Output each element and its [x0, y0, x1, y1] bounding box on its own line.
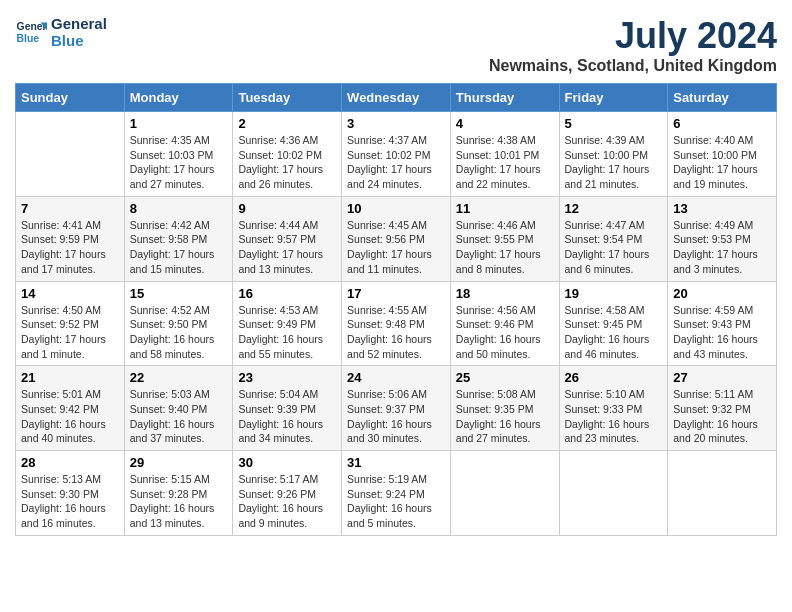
calendar-cell: 14Sunrise: 4:50 AMSunset: 9:52 PMDayligh… — [16, 281, 125, 366]
header-friday: Friday — [559, 84, 668, 112]
day-number: 22 — [130, 370, 228, 385]
day-number: 16 — [238, 286, 336, 301]
day-number: 25 — [456, 370, 554, 385]
calendar-cell: 18Sunrise: 4:56 AMSunset: 9:46 PMDayligh… — [450, 281, 559, 366]
calendar-cell: 26Sunrise: 5:10 AMSunset: 9:33 PMDayligh… — [559, 366, 668, 451]
calendar-cell: 13Sunrise: 4:49 AMSunset: 9:53 PMDayligh… — [668, 196, 777, 281]
day-number: 29 — [130, 455, 228, 470]
day-info: Sunrise: 4:58 AMSunset: 9:45 PMDaylight:… — [565, 303, 663, 362]
day-info: Sunrise: 4:42 AMSunset: 9:58 PMDaylight:… — [130, 218, 228, 277]
day-info: Sunrise: 5:15 AMSunset: 9:28 PMDaylight:… — [130, 472, 228, 531]
calendar-cell: 7Sunrise: 4:41 AMSunset: 9:59 PMDaylight… — [16, 196, 125, 281]
calendar-cell: 29Sunrise: 5:15 AMSunset: 9:28 PMDayligh… — [124, 451, 233, 536]
calendar-cell: 30Sunrise: 5:17 AMSunset: 9:26 PMDayligh… — [233, 451, 342, 536]
calendar-header-row: SundayMondayTuesdayWednesdayThursdayFrid… — [16, 84, 777, 112]
day-info: Sunrise: 5:06 AMSunset: 9:37 PMDaylight:… — [347, 387, 445, 446]
day-number: 9 — [238, 201, 336, 216]
day-info: Sunrise: 5:08 AMSunset: 9:35 PMDaylight:… — [456, 387, 554, 446]
month-title: July 2024 — [489, 15, 777, 57]
svg-text:Blue: Blue — [17, 33, 40, 44]
day-info: Sunrise: 5:03 AMSunset: 9:40 PMDaylight:… — [130, 387, 228, 446]
calendar-cell: 23Sunrise: 5:04 AMSunset: 9:39 PMDayligh… — [233, 366, 342, 451]
day-info: Sunrise: 4:50 AMSunset: 9:52 PMDaylight:… — [21, 303, 119, 362]
title-section: July 2024 Newmains, Scotland, United Kin… — [489, 15, 777, 75]
day-info: Sunrise: 4:39 AMSunset: 10:00 PMDaylight… — [565, 133, 663, 192]
calendar-cell: 1Sunrise: 4:35 AMSunset: 10:03 PMDayligh… — [124, 112, 233, 197]
calendar-cell: 27Sunrise: 5:11 AMSunset: 9:32 PMDayligh… — [668, 366, 777, 451]
day-info: Sunrise: 4:47 AMSunset: 9:54 PMDaylight:… — [565, 218, 663, 277]
calendar-cell: 25Sunrise: 5:08 AMSunset: 9:35 PMDayligh… — [450, 366, 559, 451]
day-info: Sunrise: 4:37 AMSunset: 10:02 PMDaylight… — [347, 133, 445, 192]
day-number: 4 — [456, 116, 554, 131]
header-sunday: Sunday — [16, 84, 125, 112]
day-number: 15 — [130, 286, 228, 301]
logo: General Blue General Blue — [15, 15, 107, 49]
calendar-cell: 19Sunrise: 4:58 AMSunset: 9:45 PMDayligh… — [559, 281, 668, 366]
calendar-cell: 31Sunrise: 5:19 AMSunset: 9:24 PMDayligh… — [342, 451, 451, 536]
calendar-cell: 12Sunrise: 4:47 AMSunset: 9:54 PMDayligh… — [559, 196, 668, 281]
day-number: 2 — [238, 116, 336, 131]
calendar-cell: 17Sunrise: 4:55 AMSunset: 9:48 PMDayligh… — [342, 281, 451, 366]
calendar-cell: 22Sunrise: 5:03 AMSunset: 9:40 PMDayligh… — [124, 366, 233, 451]
calendar-cell: 10Sunrise: 4:45 AMSunset: 9:56 PMDayligh… — [342, 196, 451, 281]
calendar-cell: 24Sunrise: 5:06 AMSunset: 9:37 PMDayligh… — [342, 366, 451, 451]
day-info: Sunrise: 4:38 AMSunset: 10:01 PMDaylight… — [456, 133, 554, 192]
day-info: Sunrise: 5:10 AMSunset: 9:33 PMDaylight:… — [565, 387, 663, 446]
calendar-cell — [668, 451, 777, 536]
day-number: 11 — [456, 201, 554, 216]
day-info: Sunrise: 4:49 AMSunset: 9:53 PMDaylight:… — [673, 218, 771, 277]
day-info: Sunrise: 4:55 AMSunset: 9:48 PMDaylight:… — [347, 303, 445, 362]
day-info: Sunrise: 4:46 AMSunset: 9:55 PMDaylight:… — [456, 218, 554, 277]
day-number: 21 — [21, 370, 119, 385]
day-info: Sunrise: 4:53 AMSunset: 9:49 PMDaylight:… — [238, 303, 336, 362]
day-number: 8 — [130, 201, 228, 216]
logo-general-text: General — [51, 15, 107, 32]
day-number: 26 — [565, 370, 663, 385]
day-number: 30 — [238, 455, 336, 470]
calendar-cell: 11Sunrise: 4:46 AMSunset: 9:55 PMDayligh… — [450, 196, 559, 281]
calendar-cell: 9Sunrise: 4:44 AMSunset: 9:57 PMDaylight… — [233, 196, 342, 281]
day-info: Sunrise: 5:04 AMSunset: 9:39 PMDaylight:… — [238, 387, 336, 446]
day-number: 19 — [565, 286, 663, 301]
header-tuesday: Tuesday — [233, 84, 342, 112]
day-number: 20 — [673, 286, 771, 301]
day-number: 13 — [673, 201, 771, 216]
location: Newmains, Scotland, United Kingdom — [489, 57, 777, 75]
calendar-cell: 6Sunrise: 4:40 AMSunset: 10:00 PMDayligh… — [668, 112, 777, 197]
day-number: 10 — [347, 201, 445, 216]
day-info: Sunrise: 5:19 AMSunset: 9:24 PMDaylight:… — [347, 472, 445, 531]
day-number: 18 — [456, 286, 554, 301]
day-number: 23 — [238, 370, 336, 385]
calendar-cell: 28Sunrise: 5:13 AMSunset: 9:30 PMDayligh… — [16, 451, 125, 536]
day-number: 17 — [347, 286, 445, 301]
calendar-table: SundayMondayTuesdayWednesdayThursdayFrid… — [15, 83, 777, 536]
day-info: Sunrise: 5:17 AMSunset: 9:26 PMDaylight:… — [238, 472, 336, 531]
day-info: Sunrise: 4:35 AMSunset: 10:03 PMDaylight… — [130, 133, 228, 192]
day-number: 14 — [21, 286, 119, 301]
page-header: General Blue General Blue July 2024 Newm… — [15, 15, 777, 75]
day-number: 12 — [565, 201, 663, 216]
logo-icon: General Blue — [15, 16, 47, 48]
day-info: Sunrise: 4:56 AMSunset: 9:46 PMDaylight:… — [456, 303, 554, 362]
day-info: Sunrise: 4:59 AMSunset: 9:43 PMDaylight:… — [673, 303, 771, 362]
week-row-4: 21Sunrise: 5:01 AMSunset: 9:42 PMDayligh… — [16, 366, 777, 451]
header-thursday: Thursday — [450, 84, 559, 112]
day-info: Sunrise: 4:40 AMSunset: 10:00 PMDaylight… — [673, 133, 771, 192]
day-info: Sunrise: 4:44 AMSunset: 9:57 PMDaylight:… — [238, 218, 336, 277]
day-info: Sunrise: 5:13 AMSunset: 9:30 PMDaylight:… — [21, 472, 119, 531]
day-number: 5 — [565, 116, 663, 131]
calendar-cell — [450, 451, 559, 536]
calendar-cell: 20Sunrise: 4:59 AMSunset: 9:43 PMDayligh… — [668, 281, 777, 366]
week-row-3: 14Sunrise: 4:50 AMSunset: 9:52 PMDayligh… — [16, 281, 777, 366]
day-number: 6 — [673, 116, 771, 131]
calendar-cell: 2Sunrise: 4:36 AMSunset: 10:02 PMDayligh… — [233, 112, 342, 197]
header-monday: Monday — [124, 84, 233, 112]
day-number: 1 — [130, 116, 228, 131]
calendar-cell — [16, 112, 125, 197]
day-info: Sunrise: 5:01 AMSunset: 9:42 PMDaylight:… — [21, 387, 119, 446]
day-number: 31 — [347, 455, 445, 470]
week-row-1: 1Sunrise: 4:35 AMSunset: 10:03 PMDayligh… — [16, 112, 777, 197]
week-row-5: 28Sunrise: 5:13 AMSunset: 9:30 PMDayligh… — [16, 451, 777, 536]
calendar-cell: 21Sunrise: 5:01 AMSunset: 9:42 PMDayligh… — [16, 366, 125, 451]
day-info: Sunrise: 5:11 AMSunset: 9:32 PMDaylight:… — [673, 387, 771, 446]
